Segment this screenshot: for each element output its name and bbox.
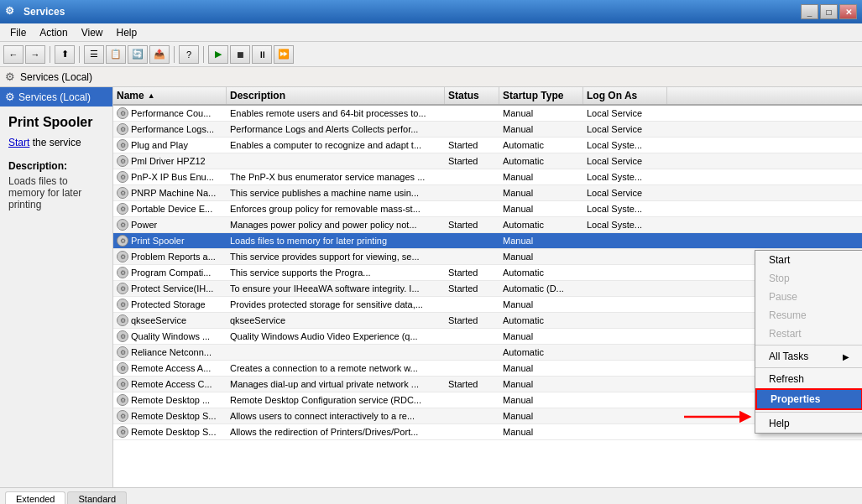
table-row[interactable]: ⚙ Remote Access C... Manages dial-up and… xyxy=(113,377,862,392)
service-icon: ⚙ xyxy=(117,219,128,231)
table-row[interactable]: ⚙ Remote Desktop S... Allows the redirec… xyxy=(113,424,862,440)
col-header-startup[interactable]: Startup Type xyxy=(499,87,583,104)
table-row[interactable]: ⚙ Pml Driver HPZ12 Started Automatic Loc… xyxy=(113,153,862,169)
menu-action[interactable]: Action xyxy=(33,25,74,40)
service-icon: ⚙ xyxy=(117,378,128,390)
show-hide-button[interactable]: ☰ xyxy=(84,45,104,64)
app-icon: ⚙ xyxy=(5,5,18,18)
cell-logon: Local Service xyxy=(583,124,667,134)
table-row[interactable]: ⚙ Remote Access A... Creates a connectio… xyxy=(113,361,862,377)
table-row[interactable]: ⚙ Remote Desktop ... Remote Desktop Conf… xyxy=(113,392,862,408)
service-icon: ⚙ xyxy=(117,267,128,278)
play-button[interactable]: ▶ xyxy=(208,45,228,64)
context-menu-item-properties[interactable]: Properties xyxy=(755,388,862,410)
table-row[interactable]: ⚙ Print Spooler Loads files to memory fo… xyxy=(113,233,862,249)
menu-bar: File Action View Help xyxy=(0,23,862,42)
cell-startup: Manual xyxy=(499,108,583,118)
tab-extended[interactable]: Extended xyxy=(5,491,65,504)
toolbar-separator-4 xyxy=(203,46,204,63)
cell-name: ⚙ PnP-X IP Bus Enu... xyxy=(113,171,227,183)
service-title: Print Spooler xyxy=(8,115,104,130)
cell-desc: Quality Windows Audio Video Experience (… xyxy=(227,331,445,341)
cell-logon: Local Service xyxy=(583,156,667,166)
tree-item-services-local[interactable]: ⚙ Services (Local) xyxy=(0,87,112,107)
menu-view[interactable]: View xyxy=(75,25,110,40)
table-row[interactable]: ⚙ Plug and Play Enables a computer to re… xyxy=(113,138,862,153)
skip-button[interactable]: ⏩ xyxy=(274,45,294,64)
cell-status: Started xyxy=(445,379,499,389)
context-menu-item-help[interactable]: Help xyxy=(755,414,862,433)
back-button[interactable]: ← xyxy=(3,45,24,64)
col-header-logon[interactable]: Log On As xyxy=(583,87,667,104)
forward-button[interactable]: → xyxy=(25,45,45,64)
context-menu-item-all-tasks[interactable]: All Tasks▶ xyxy=(755,347,862,366)
table-row[interactable]: ⚙ PnP-X IP Bus Enu... The PnP-X bus enum… xyxy=(113,169,862,185)
table-row[interactable]: ⚙ Program Compati... This service suppor… xyxy=(113,265,862,281)
table-row[interactable]: ⚙ qkseeService qkseeService Started Auto… xyxy=(113,313,862,329)
cell-startup: Automatic xyxy=(499,140,583,150)
service-icon: ⚙ xyxy=(117,187,128,199)
menu-help[interactable]: Help xyxy=(110,25,144,40)
cell-name: ⚙ Performance Cou... xyxy=(113,107,227,119)
close-button[interactable]: ✕ xyxy=(839,4,857,19)
cell-startup: Automatic xyxy=(499,220,583,230)
menu-file[interactable]: File xyxy=(3,25,33,40)
cell-desc: Enables a computer to recognize and adap… xyxy=(227,140,445,150)
cell-desc: Enables remote users and 64-bit processe… xyxy=(227,108,445,118)
cell-status: Started xyxy=(445,220,499,230)
cell-startup: Automatic xyxy=(499,315,583,325)
table-row[interactable]: ⚙ Portable Device E... Enforces group po… xyxy=(113,201,862,217)
pause-button[interactable]: ⏸ xyxy=(252,45,272,64)
table-row[interactable]: ⚙ Problem Reports a... This service prov… xyxy=(113,249,862,265)
service-icon: ⚙ xyxy=(117,171,128,183)
refresh-button[interactable]: 🔄 xyxy=(128,45,148,64)
help-button[interactable]: ? xyxy=(179,45,199,64)
context-menu-item-resume: Resume xyxy=(755,306,862,325)
minimize-button[interactable]: _ xyxy=(801,4,818,19)
cell-name: ⚙ Remote Desktop S... xyxy=(113,410,227,422)
address-icon: ⚙ xyxy=(5,70,15,83)
cell-desc: Manages power policy and power policy no… xyxy=(227,220,445,230)
export-button[interactable]: 📤 xyxy=(149,45,170,64)
properties-button[interactable]: 📋 xyxy=(106,45,126,64)
cell-status: Started xyxy=(445,268,499,278)
col-header-status[interactable]: Status xyxy=(445,87,499,104)
service-icon: ⚙ xyxy=(117,362,128,374)
cell-name: ⚙ Print Spooler xyxy=(113,235,227,247)
cell-name: ⚙ Remote Access A... xyxy=(113,362,227,374)
table-row[interactable]: ⚙ Power Manages power policy and power p… xyxy=(113,217,862,233)
table-row[interactable]: ⚙ Performance Logs... Performance Logs a… xyxy=(113,122,862,138)
col-header-name[interactable]: Name ▲ xyxy=(113,87,227,104)
cell-startup: Manual xyxy=(499,427,583,437)
table-row[interactable]: ⚙ PNRP Machine Na... This service publis… xyxy=(113,185,862,201)
address-text: Services (Local) xyxy=(20,71,92,83)
table-row[interactable]: ⚙ Reliance Netconn... Automatic xyxy=(113,345,862,361)
cell-desc: Performance Logs and Alerts Collects per… xyxy=(227,124,445,134)
table-body[interactable]: ⚙ Performance Cou... Enables remote user… xyxy=(113,106,862,487)
table-row[interactable]: ⚙ Quality Windows ... Quality Windows Au… xyxy=(113,329,862,345)
cell-desc: Creates a connection to a remote network… xyxy=(227,363,445,373)
cell-startup: Manual xyxy=(499,124,583,134)
table-row[interactable]: ⚙ Protected Storage Provides protected s… xyxy=(113,297,862,313)
maximize-button[interactable]: □ xyxy=(820,4,838,19)
cell-name: ⚙ Power xyxy=(113,219,227,231)
red-arrow-indicator xyxy=(680,409,755,424)
context-menu-item-refresh[interactable]: Refresh xyxy=(755,370,862,388)
tab-standard[interactable]: Standard xyxy=(67,491,127,504)
cell-name: ⚙ qkseeService xyxy=(113,314,227,326)
context-menu-item-start[interactable]: Start xyxy=(755,251,862,269)
cell-startup: Manual xyxy=(499,411,583,421)
cell-startup: Manual xyxy=(499,379,583,389)
tree-icon: ⚙ xyxy=(5,91,15,103)
cell-startup: Manual xyxy=(499,252,583,262)
cell-logon: Local Syste... xyxy=(583,220,667,230)
table-row[interactable]: ⚙ Protect Service(IH... To ensure your I… xyxy=(113,281,862,297)
cell-desc: qkseeService xyxy=(227,315,445,325)
table-row[interactable]: ⚙ Performance Cou... Enables remote user… xyxy=(113,106,862,122)
start-link[interactable]: Start xyxy=(8,137,29,148)
stop-button[interactable]: ⏹ xyxy=(230,45,250,64)
toolbar-separator-3 xyxy=(174,46,175,63)
col-header-description[interactable]: Description xyxy=(227,87,445,104)
up-button[interactable]: ⬆ xyxy=(55,45,75,64)
cell-startup: Automatic xyxy=(499,347,583,357)
